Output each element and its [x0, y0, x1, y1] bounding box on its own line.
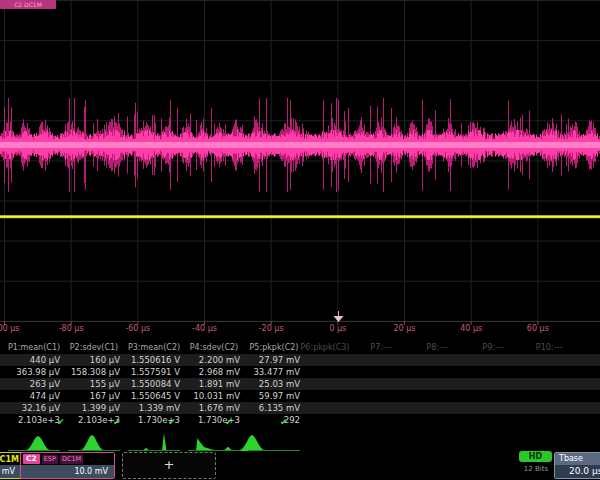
add-trace-button[interactable]: +	[122, 452, 216, 479]
timebase-label: Tbase	[555, 453, 600, 465]
measure-value: 160 µV	[65, 355, 120, 365]
c2-scale: 10.0 mV	[21, 465, 114, 478]
status-check-icon: ✔	[280, 417, 288, 427]
time-tick-label: 40 µs	[449, 324, 493, 333]
histicon	[162, 433, 167, 451]
c2-tag-esp: ESP	[42, 455, 58, 464]
time-tick-label: -20 µs	[249, 324, 293, 333]
trace-c2-hotband	[0, 142, 600, 148]
plus-icon: +	[164, 457, 175, 472]
time-tick-label: 0 µs	[316, 324, 360, 333]
measure-value: 1.550645 V	[125, 391, 180, 401]
measure-column-header: P5:pkpk(C2)	[245, 343, 303, 352]
measure-value: 474 µV	[5, 391, 60, 401]
histicon	[196, 438, 220, 451]
oscilloscope-screen: C2 DC1M -100 µs-80 µs-60 µs-40 µs-20 µs0…	[0, 0, 600, 480]
measure-value: 440 µV	[5, 355, 60, 365]
measure-value: 59.97 mV	[245, 391, 300, 401]
measure-column-header: P2:sdev(C1)	[65, 343, 123, 352]
status-check-icon: ✔	[113, 417, 121, 427]
measure-column-header: P4:sdev(C2)	[185, 343, 243, 352]
measure-value: 10.031 mV	[185, 391, 240, 401]
c2-tag-coupling: DC1M	[60, 455, 83, 464]
time-tick-label: 60 µs	[516, 324, 560, 333]
measure-value: 1.550616 V	[125, 355, 180, 365]
histicon	[24, 436, 52, 451]
measure-column-header: P3:mean(C2)	[125, 343, 183, 352]
measure-value: 27.97 mV	[245, 355, 300, 365]
time-tick-label: -80 µs	[49, 324, 93, 333]
c1-label: C1 DC1M	[0, 455, 19, 464]
measure-status-row: ✔✔✔✔✔	[0, 417, 600, 429]
time-tick-label: -40 µs	[183, 324, 227, 333]
timebase-scale: 20.0 µs	[555, 465, 600, 478]
trace-source-badge: C2 DC1M	[0, 0, 56, 9]
time-tick-label: -60 µs	[116, 324, 160, 333]
timebase-descriptor[interactable]: Tbase 20.0 µs	[554, 452, 600, 479]
measure-value: 1.339 mV	[125, 403, 180, 413]
c1-scale: 50.0 mV	[0, 465, 21, 478]
trace-c1-line-core	[0, 216, 600, 217]
histicons	[24, 433, 266, 451]
measure-value: 2.200 mV	[185, 355, 240, 365]
measure-column-header-inactive: P9:---	[465, 343, 521, 352]
measure-value: 1.676 mV	[185, 403, 240, 413]
histicon	[238, 435, 266, 451]
measure-value: 155 µV	[65, 379, 120, 389]
measure-value: 167 µV	[65, 391, 120, 401]
status-check-icon: ✔	[57, 417, 65, 427]
histicon	[79, 435, 105, 451]
hd-mode-badge[interactable]: HD	[519, 451, 552, 462]
measure-value: 2.968 mV	[185, 367, 240, 377]
measure-column-header-inactive: P6:pkpk(C3)	[297, 343, 353, 352]
measure-value: 1.557591 V	[125, 367, 180, 377]
measure-value: 32.16 µV	[5, 403, 60, 413]
measure-value: 363.98 µV	[5, 367, 60, 377]
measure-column-header: P1:mean(C1)	[5, 343, 63, 352]
time-tick-label: -100 µs	[0, 324, 27, 333]
measure-value: 33.477 mV	[245, 367, 300, 377]
measure-value: 1.399 µV	[65, 403, 120, 413]
measure-value: 158.308 µV	[65, 367, 120, 377]
measure-column-header-inactive: P8:---	[409, 343, 465, 352]
time-axis: -100 µs-80 µs-60 µs-40 µs-20 µs0 µs20 µs…	[0, 322, 600, 336]
hd-bits-label: 12 Bits	[514, 465, 558, 473]
c2-badge: C2	[23, 454, 40, 464]
measure-value: 6.135 mV	[245, 403, 300, 413]
status-check-icon: ✔	[225, 417, 233, 427]
measure-value: 1.891 mV	[185, 379, 240, 389]
status-check-icon: ✔	[168, 417, 176, 427]
time-tick-label: 20 µs	[383, 324, 427, 333]
measure-value: 1.550084 V	[125, 379, 180, 389]
measure-value: 263 µV	[5, 379, 60, 389]
channel-c1-descriptor[interactable]: C1 DC1M 50.0 mV	[0, 452, 22, 479]
measure-column-header-inactive: P7:---	[353, 343, 409, 352]
measure-column-header-inactive: P10:---	[521, 343, 577, 352]
measure-value: 25.03 mV	[245, 379, 300, 389]
channel-c2-descriptor[interactable]: C2 ESP DC1M 10.0 mV	[20, 452, 115, 479]
